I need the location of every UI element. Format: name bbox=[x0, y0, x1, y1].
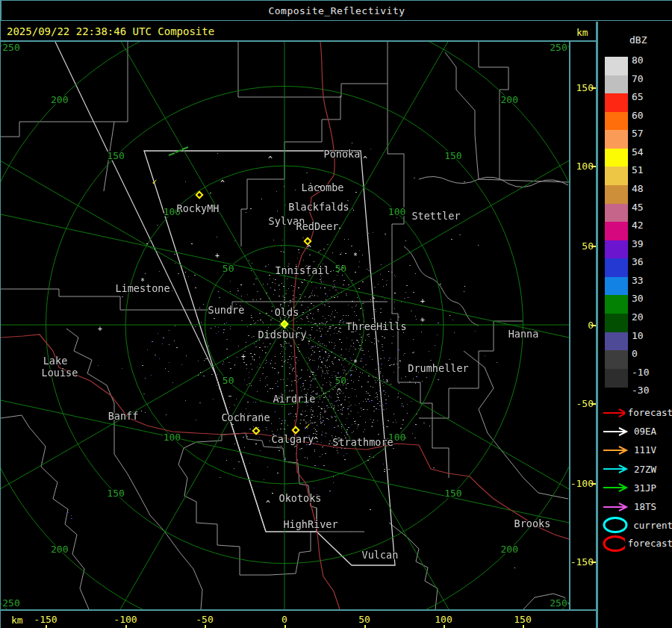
dbz-scale-label: 57 bbox=[632, 128, 644, 138]
dbz-swatch bbox=[605, 332, 628, 351]
legend-item: 31JP bbox=[603, 482, 672, 494]
city-label: Innisfail bbox=[275, 264, 329, 276]
bottom-axis-tick-label: -50 bbox=[196, 614, 213, 625]
city-label: Banff bbox=[108, 410, 139, 422]
city-label: Didsbury bbox=[258, 329, 306, 341]
dbz-swatch bbox=[605, 258, 628, 277]
station-marker: ^ bbox=[314, 436, 318, 444]
station-marker: ^ bbox=[268, 155, 273, 164]
arrow-icon bbox=[603, 426, 631, 437]
legend-item: forecast bbox=[603, 535, 672, 553]
dbz-scale-label: 0 bbox=[632, 349, 638, 358]
bottom-axis-tick-label: 150 bbox=[514, 614, 531, 625]
dbz-swatch bbox=[605, 130, 628, 149]
dbz-swatch bbox=[605, 314, 628, 332]
bottom-axis-unit: km bbox=[11, 615, 23, 626]
station-marker: + bbox=[98, 325, 102, 333]
station-marker: ^ bbox=[337, 388, 341, 396]
station-marker: * bbox=[353, 252, 358, 260]
legend-item-label: current bbox=[633, 520, 672, 531]
city-label: Vulcan bbox=[362, 549, 399, 561]
radar-app-window: Composite_Reflectivity 2025/09/22 22:38:… bbox=[0, 0, 672, 628]
dbz-swatch bbox=[605, 295, 628, 314]
city-label: Cochrane bbox=[221, 411, 270, 423]
dbz-swatch bbox=[605, 240, 628, 259]
bottom-axis-tick bbox=[125, 625, 127, 628]
dbz-scale-label: 33 bbox=[632, 276, 644, 285]
radar-site-marker bbox=[252, 426, 260, 435]
city-label: Calgary bbox=[272, 433, 314, 445]
right-axis-tick-label: -100 bbox=[570, 479, 594, 488]
checkmark-marker: ✓ bbox=[305, 421, 311, 431]
city-label: HighRiver bbox=[283, 518, 337, 530]
arrow-icon bbox=[603, 445, 631, 456]
bottom-axis-tick bbox=[364, 625, 366, 628]
arrow-icon bbox=[603, 464, 631, 474]
bottom-axis-tick-label: -150 bbox=[34, 614, 57, 625]
ellipse-icon bbox=[603, 535, 625, 553]
bottom-axis-tick bbox=[205, 625, 206, 628]
legend-item: 18TS bbox=[603, 501, 672, 512]
city-label: Okotoks bbox=[279, 492, 322, 504]
legend-item-label: 27ZW bbox=[634, 464, 656, 475]
city-label: Ponoka bbox=[324, 148, 361, 160]
station-marker: + bbox=[420, 297, 425, 305]
bottom-axis-tick-label: 0 bbox=[281, 614, 287, 625]
radar-center-marker bbox=[280, 320, 288, 328]
dbz-scale-label: 48 bbox=[632, 184, 644, 193]
dbz-scale-label: -10 bbox=[632, 367, 649, 377]
arrow-icon bbox=[603, 408, 625, 418]
bottom-axis-tick-label: 100 bbox=[435, 614, 452, 625]
bottom-axis-tick bbox=[284, 625, 286, 628]
arrow-icon bbox=[603, 502, 631, 512]
right-axis-tick-label: -150 bbox=[570, 557, 594, 567]
city-label: Blackfalds bbox=[288, 201, 349, 213]
city-label: RockyMH bbox=[177, 202, 220, 214]
dbz-swatch bbox=[605, 167, 628, 185]
dbz-swatch bbox=[605, 277, 628, 296]
map-labels-layer: PonokaLacombeBlackfaldsSylvanRedDeerRock… bbox=[1, 42, 569, 609]
dbz-scale-label: 36 bbox=[632, 257, 644, 267]
station-marker: * bbox=[140, 277, 145, 285]
dbz-swatch bbox=[605, 369, 628, 388]
city-label: Brooks bbox=[514, 517, 551, 529]
city-label: RedDeer bbox=[296, 220, 339, 232]
city-label: Sundre bbox=[208, 304, 245, 316]
bottom-axis-tick bbox=[444, 625, 445, 628]
dbz-scale-label: 51 bbox=[632, 165, 644, 175]
bottom-axis-tick-label: -100 bbox=[113, 614, 137, 625]
dbz-swatch bbox=[605, 93, 628, 112]
colorbar-panel: dBZ 807065605754514845423936333020100-10… bbox=[598, 22, 672, 628]
legend-item-label: forecast bbox=[628, 538, 672, 549]
dbz-swatch bbox=[605, 204, 628, 223]
city-label: ThreeHills bbox=[346, 320, 406, 332]
city-label: Hanna bbox=[508, 328, 539, 340]
city-label: Olds bbox=[275, 306, 299, 318]
dbz-scale-label: 42 bbox=[632, 220, 644, 230]
legend-item-label: forecast bbox=[628, 407, 672, 418]
city-label: Lacombe bbox=[302, 181, 344, 193]
dbz-swatch bbox=[605, 222, 628, 240]
info-bar: 2025/09/22 22:38:46 UTC Composite bbox=[1, 22, 570, 41]
legend-item: 111V bbox=[603, 444, 672, 456]
station-marker: ^ bbox=[220, 179, 225, 187]
radar-site-marker bbox=[195, 190, 203, 199]
radar-map[interactable]: 5050505010010010010015015015015020020020… bbox=[1, 42, 569, 609]
window-title: Composite_Reflectivity bbox=[268, 5, 405, 16]
map-top-border bbox=[1, 40, 596, 42]
legend-item-label: 31JP bbox=[634, 482, 656, 494]
checkmark-marker: ✓ bbox=[152, 177, 158, 187]
city-label: Louise bbox=[42, 367, 78, 379]
legend-item-label: 18TS bbox=[634, 501, 656, 512]
bottom-axis: km -150-100-50050100150 bbox=[1, 609, 597, 628]
legend-item: 27ZW bbox=[603, 464, 672, 475]
station-marker: + bbox=[241, 352, 246, 361]
map-right-border bbox=[569, 41, 570, 611]
city-label: Strathmore bbox=[332, 436, 393, 448]
legend-item: forecast bbox=[603, 407, 672, 418]
dbz-scale-label: 60 bbox=[632, 111, 644, 120]
city-label: Stettler bbox=[411, 210, 460, 222]
dbz-scale-label: 70 bbox=[632, 74, 644, 84]
station-marker: ^ bbox=[317, 185, 322, 193]
right-axis: km 150100500-50-100-150 bbox=[570, 22, 596, 628]
